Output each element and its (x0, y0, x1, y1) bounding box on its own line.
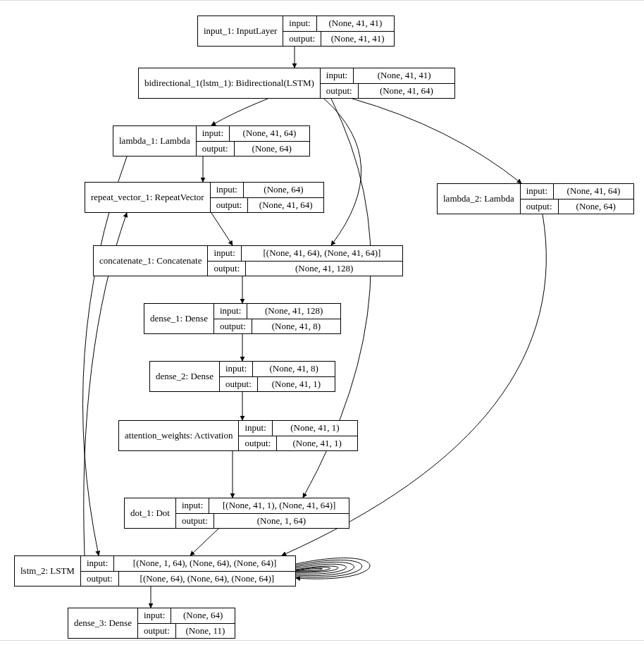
node-name: repeat_vector_1: RepeatVector (85, 183, 211, 212)
output-shape: (None, 41, 8) (252, 319, 340, 334)
output-shape: (None, 41, 128) (246, 262, 402, 276)
output-shape: (None, 41, 64) (359, 84, 454, 99)
node-name: attention_weights: Activation (119, 421, 239, 450)
input-shape: [(None, 41, 1), (None, 41, 64)] (209, 498, 349, 513)
io-output-label: output: (81, 572, 119, 586)
output-shape: (None, 64) (235, 142, 309, 156)
io-input-label: input: (208, 246, 241, 261)
output-shape: (None, 64) (559, 199, 633, 214)
io-input-label: input: (81, 556, 114, 571)
io-input-label: input: (239, 421, 272, 436)
output-shape: (None, 41, 41) (321, 32, 394, 47)
node-repeat-vector-1: repeat_vector_1: RepeatVector input:(Non… (85, 182, 324, 213)
io-output-label: output: (214, 319, 252, 334)
io-output-label: output: (138, 624, 176, 639)
input-shape: (None, 41, 64) (554, 184, 633, 199)
bottom-divider (0, 640, 644, 641)
io-output-label: output: (521, 199, 559, 214)
input-shape: (None, 41, 41) (354, 68, 454, 83)
io-input-label: input: (521, 184, 554, 199)
input-shape: (None, 41, 8) (253, 362, 335, 376)
io-input-label: input: (176, 498, 209, 513)
node-dense-3: dense_3: Dense input:(None, 64) output:(… (68, 608, 235, 639)
input-shape: [(None, 1, 64), (None, 64), (None, 64)] (114, 556, 295, 571)
node-dense-2: dense_2: Dense input:(None, 41, 8) outpu… (149, 361, 335, 392)
io-output-label: output: (283, 32, 321, 47)
node-name: lambda_2: Lambda (438, 184, 521, 214)
node-name: dense_1: Dense (144, 304, 214, 333)
node-name: lambda_1: Lambda (113, 126, 197, 156)
input-shape: (None, 64) (171, 608, 235, 623)
node-lambda-2: lambda_2: Lambda input:(None, 41, 64) ou… (437, 183, 634, 214)
node-attention-weights: attention_weights: Activation input:(Non… (118, 420, 358, 451)
top-divider (0, 0, 644, 1)
output-shape: (None, 41, 1) (277, 436, 357, 451)
node-dot-1: dot_1: Dot input:[(None, 41, 1), (None, … (124, 498, 349, 529)
input-shape: (None, 41, 128) (247, 304, 340, 319)
io-input-label: input: (283, 16, 316, 31)
output-shape: (None, 1, 64) (214, 514, 349, 529)
io-input-label: input: (211, 183, 244, 197)
io-output-label: output: (211, 198, 249, 213)
output-shape: (None, 11) (176, 624, 235, 639)
node-name: bidirectional_1(lstm_1): Bidirectional(L… (139, 68, 321, 98)
node-name: lstm_2: LSTM (15, 556, 81, 586)
node-name: dense_2: Dense (150, 362, 220, 391)
diagram-canvas: input_1: InputLayer input:(None, 41, 41)… (0, 0, 644, 645)
node-name: dense_3: Dense (68, 608, 138, 638)
node-bidirectional-1: bidirectional_1(lstm_1): Bidirectional(L… (138, 68, 455, 99)
node-concatenate-1: concatenate_1: Concatenate input:[(None,… (93, 245, 403, 276)
input-shape: (None, 41, 41) (317, 16, 394, 31)
io-input-label: input: (321, 68, 354, 83)
input-shape: (None, 41, 64) (230, 126, 309, 141)
io-output-label: output: (208, 262, 246, 276)
io-input-label: input: (197, 126, 230, 141)
node-name: dot_1: Dot (125, 498, 176, 528)
output-shape: (None, 41, 64) (248, 198, 323, 213)
output-shape: [(None, 64), (None, 64), (None, 64)] (119, 572, 295, 586)
node-dense-1: dense_1: Dense input:(None, 41, 128) out… (144, 303, 341, 334)
node-lstm-2: lstm_2: LSTM input:[(None, 1, 64), (None… (14, 555, 296, 586)
input-shape: (None, 64) (244, 183, 323, 197)
input-shape: (None, 41, 1) (273, 421, 357, 436)
io-output-label: output: (239, 436, 277, 451)
node-name: concatenate_1: Concatenate (94, 246, 208, 276)
io-output-label: output: (197, 142, 235, 156)
output-shape: (None, 41, 1) (258, 377, 335, 392)
io-output-label: output: (220, 377, 258, 392)
io-input-label: input: (214, 304, 247, 319)
node-lambda-1: lambda_1: Lambda input:(None, 41, 64) ou… (113, 125, 310, 156)
node-name: input_1: InputLayer (198, 16, 283, 46)
io-output-label: output: (176, 514, 214, 529)
io-input-label: input: (138, 608, 171, 623)
input-shape: [(None, 41, 64), (None, 41, 64)] (242, 246, 402, 261)
io-input-label: input: (220, 362, 253, 376)
io-output-label: output: (321, 84, 359, 99)
node-input-1: input_1: InputLayer input:(None, 41, 41)… (197, 16, 395, 47)
